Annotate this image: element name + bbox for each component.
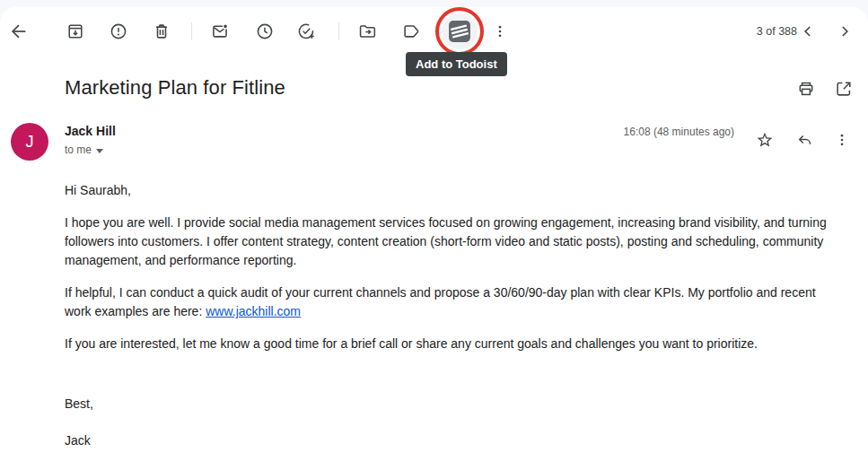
caret-down-icon xyxy=(96,149,103,153)
print-button[interactable] xyxy=(788,71,824,107)
body-signoff: Best, xyxy=(65,395,842,413)
email-subject: Marketing Plan for Fitline xyxy=(65,76,285,100)
delete-icon xyxy=(152,22,171,41)
body-paragraph-2-text: If helpful, I can conduct a quick audit … xyxy=(65,285,816,318)
todoist-icon xyxy=(448,20,471,43)
older-email-button[interactable] xyxy=(827,13,863,49)
more-vert-icon xyxy=(491,22,509,40)
open-in-new-icon xyxy=(834,79,854,99)
labels-button[interactable] xyxy=(393,13,429,49)
reply-icon xyxy=(796,131,814,149)
snooze-icon xyxy=(255,22,275,41)
add-to-tasks-button[interactable] xyxy=(288,13,324,49)
mark-unread-icon xyxy=(210,22,230,41)
sender-name[interactable]: Jack Hill xyxy=(65,124,116,138)
email-view-card: Add to Todoist 3 of 388 Marketing Plan f… xyxy=(0,7,868,470)
email-body: Hi Saurabh, I hope you are well. I provi… xyxy=(65,181,842,464)
report-spam-icon xyxy=(109,22,128,41)
portfolio-link[interactable]: www.jackhill.com xyxy=(206,304,301,318)
body-paragraph-2: If helpful, I can conduct a quick audit … xyxy=(65,283,842,321)
sender-avatar[interactable]: J xyxy=(11,123,48,161)
toolbar-divider xyxy=(191,22,192,40)
move-to-icon xyxy=(357,22,377,41)
move-to-button[interactable] xyxy=(349,13,385,49)
star-button[interactable] xyxy=(747,122,783,158)
body-greeting: Hi Saurabh, xyxy=(65,181,842,200)
email-timestamp: 16:08 (48 minutes ago) xyxy=(624,126,734,138)
archive-icon xyxy=(66,22,85,41)
snooze-button[interactable] xyxy=(247,13,283,49)
add-to-tasks-icon xyxy=(296,22,316,41)
body-paragraph-3: If you are interested, let me know a goo… xyxy=(65,335,842,353)
print-icon xyxy=(796,79,816,99)
avatar-letter: J xyxy=(26,133,34,152)
body-paragraph-1: I hope you are well. I provide social me… xyxy=(65,213,842,270)
back-button[interactable] xyxy=(1,13,37,49)
chevron-right-icon xyxy=(836,22,854,40)
star-icon xyxy=(756,131,774,149)
newer-email-button[interactable] xyxy=(790,13,826,49)
recipient-dropdown[interactable]: to me xyxy=(65,144,103,156)
report-spam-button[interactable] xyxy=(101,13,136,49)
delete-button[interactable] xyxy=(144,13,180,49)
archive-button[interactable] xyxy=(57,13,93,49)
reply-button[interactable] xyxy=(787,122,823,158)
todoist-extension-button[interactable] xyxy=(442,13,478,49)
message-more-button[interactable] xyxy=(824,122,860,158)
body-signature: Jack xyxy=(65,431,842,450)
extension-tooltip: Add to Todoist xyxy=(406,52,507,76)
mark-unread-button[interactable] xyxy=(202,13,238,49)
chevron-left-icon xyxy=(799,22,817,40)
arrow-back-icon xyxy=(9,22,29,41)
toolbar-divider xyxy=(338,22,339,40)
more-options-button[interactable] xyxy=(482,13,518,49)
more-vert-icon xyxy=(833,131,851,149)
open-in-new-button[interactable] xyxy=(826,71,862,107)
label-icon xyxy=(401,22,421,41)
recipient-label: to me xyxy=(65,144,92,156)
